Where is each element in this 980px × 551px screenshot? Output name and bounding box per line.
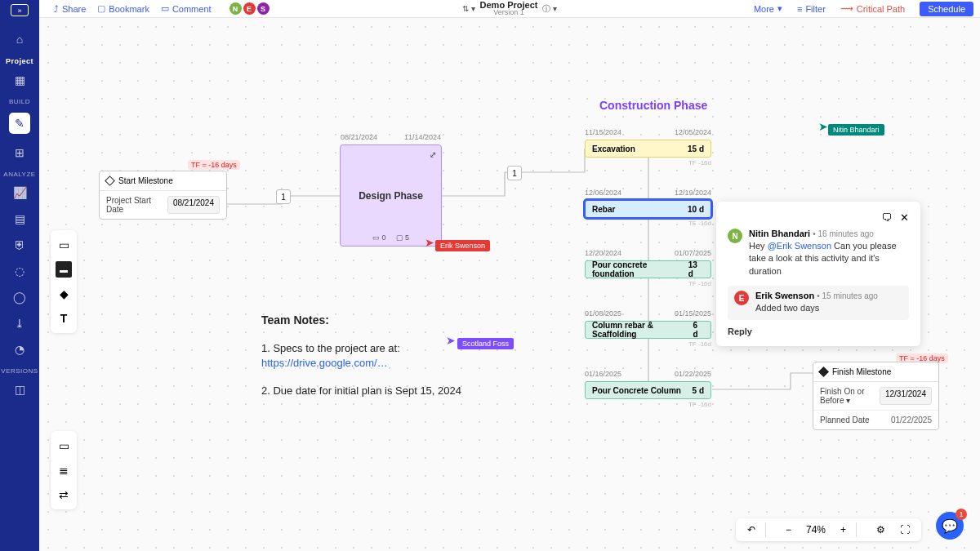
calendar-icon[interactable]: ▤ [12, 211, 27, 226]
fullscreen-icon[interactable]: ⛶ [895, 522, 915, 537]
nav-analyze-label: ANALYZE [3, 171, 35, 178]
shape-palette: ▭ ▬ ◆ T [51, 230, 77, 333]
filter-button[interactable]: ≡ Filter [797, 4, 826, 14]
comment-time: • 15 minutes ago [817, 291, 878, 300]
timer-icon[interactable]: ◔ [12, 342, 27, 357]
settings-icon[interactable]: ⚙ [871, 522, 890, 537]
start-date-label: Project Start Date [106, 196, 158, 214]
hierarchy-icon[interactable]: ⇅ ▾ [462, 4, 475, 13]
more-label: More [754, 4, 774, 14]
chart-icon[interactable]: 📈 [12, 185, 27, 200]
tf-badge-start: TF = -16 days [188, 160, 240, 170]
chat-button[interactable]: 💬1 [936, 512, 964, 540]
comment-button[interactable]: ▭ Comment [161, 3, 212, 14]
comment-label: Comment [172, 4, 212, 14]
commenter-name: Nitin Bhandari [749, 229, 810, 238]
rect-outline-tool[interactable]: ▭ [56, 237, 72, 253]
activity-tf: TF -16d [585, 340, 711, 348]
zoom-in-button[interactable]: + [835, 522, 851, 537]
design-phase-box[interactable]: 08/21/2024 11/14/2024 ⤢ Design Phase ▭ 0… [340, 144, 442, 247]
activity-bar[interactable]: Pour Concrete Column5 d [585, 381, 711, 399]
close-icon[interactable]: ✕ [900, 211, 909, 224]
activity-duration: 6 d [693, 321, 705, 339]
activity-name: Pour concrete foundation [592, 260, 688, 278]
finish-milestone-card[interactable]: Finish Milestone Finish On or Before ▾ 1… [813, 362, 939, 430]
notes-heading: Team Notes: [261, 313, 490, 327]
activity-name: Column rebar & Scaffolding [592, 321, 693, 339]
finish-before-text: Finish On or Before [820, 387, 864, 405]
diamond-tool[interactable]: ◆ [56, 286, 72, 302]
comment-mention[interactable]: @Erik Swenson [768, 241, 831, 251]
zoom-level[interactable]: 74% [801, 522, 831, 537]
avatar: N [728, 229, 742, 243]
phase-stat1: ▭ 0 [372, 233, 386, 242]
activity-name: Pour Concrete Column [592, 386, 681, 395]
grid-icon[interactable]: ▦ [12, 73, 27, 87]
activity-bar[interactable]: Pour concrete foundation13 d [585, 260, 711, 278]
activity-dates: 01/08/202501/15/2025 [585, 309, 711, 318]
chat-badge: 1 [956, 509, 967, 520]
info-icon[interactable]: ⓘ ▾ [542, 3, 557, 15]
start-date-value[interactable]: 08/21/2024 [167, 196, 220, 214]
bulb-icon[interactable]: ◌ [12, 264, 27, 278]
reply-button[interactable]: Reply [728, 327, 909, 336]
pencil-icon[interactable]: ✎ [9, 113, 30, 134]
project-title-block[interactable]: ⇅ ▾ Demo Project Version 1 ⓘ ▾ [462, 1, 557, 16]
activity-bar[interactable]: Rebar10 d [585, 200, 711, 218]
activity-bar[interactable]: Excavation15 d [585, 140, 711, 158]
list-tool[interactable]: ≣ [56, 462, 72, 478]
more-menu[interactable]: More ▾ [754, 3, 782, 14]
finish-before-value[interactable]: 12/31/2024 [880, 387, 932, 405]
list-palette: ▭ ≣ ⇄ [51, 431, 77, 509]
nav-project-label[interactable]: Project [6, 57, 33, 65]
activity-duration: 15 d [688, 144, 704, 153]
text-tool[interactable]: T [56, 310, 72, 327]
export-icon[interactable]: ⤓ [12, 316, 27, 331]
brand-logo[interactable]: » [11, 4, 29, 16]
globe-icon[interactable]: ◯ [12, 290, 27, 304]
filter-label: Filter [805, 4, 825, 14]
comment-thread-icon[interactable]: 🗨 [881, 211, 892, 224]
start-milestone-title: Start Milestone [118, 176, 173, 185]
project-version: Version 1 [480, 9, 538, 16]
finish-before-label: Finish On or Before ▾ [820, 387, 870, 405]
planned-date-value: 01/22/2025 [891, 415, 932, 424]
bookmark-button[interactable]: ▢ Bookmark [97, 3, 149, 14]
card-tool[interactable]: ▭ [56, 438, 72, 454]
zoom-out-button[interactable]: − [781, 522, 796, 537]
undo-button[interactable]: ↶ [742, 522, 760, 537]
schedule-button[interactable]: Schedule [920, 2, 973, 16]
connector-number[interactable]: 1 [276, 189, 291, 204]
critical-label: Critical Path [857, 4, 905, 14]
share-button[interactable]: ⤴ Share [54, 4, 86, 14]
flow-tool[interactable]: ⇄ [56, 487, 72, 503]
avatar[interactable]: E [243, 2, 256, 15]
activity-tf: TF -16d [585, 280, 711, 287]
phase-stat2: ▢ 5 [396, 233, 410, 242]
construction-section-title: Construction Phase [599, 99, 707, 112]
cursor-erik: ➤ [425, 235, 434, 250]
activity-bar[interactable]: Column rebar & Scaffolding6 d [585, 321, 711, 339]
left-nav: » ⌂ Project ▦ BUILD ✎ ⊞ ANALYZE 📈 ▤ ⛨ ◌ … [0, 0, 39, 551]
rect-fill-tool[interactable]: ▬ [56, 261, 72, 278]
presence-avatars: N E S [229, 2, 270, 15]
activity-tf: TF -16d [585, 401, 711, 408]
shield-icon[interactable]: ⛨ [12, 238, 27, 252]
home-icon[interactable]: ⌂ [12, 32, 27, 47]
critical-path-button[interactable]: ⟿ Critical Path [840, 3, 905, 14]
start-milestone-card[interactable]: Start Milestone Project Start Date 08/21… [99, 171, 227, 220]
layout-icon[interactable]: ⊞ [12, 145, 27, 160]
notes-link[interactable]: https://drive.google.com/… [261, 357, 388, 369]
diamond-icon [818, 367, 829, 377]
phase-start-date: 08/21/2024 [341, 133, 377, 141]
expand-icon[interactable]: ⤢ [430, 150, 436, 159]
avatar[interactable]: N [229, 2, 242, 15]
canvas[interactable]: TF = -16 days Start Milestone Project St… [39, 18, 980, 551]
activity-tf: TF -16d [585, 220, 711, 227]
versions-icon[interactable]: ◫ [12, 382, 27, 397]
avatar[interactable]: S [257, 2, 270, 15]
activity-duration: 10 d [688, 205, 704, 214]
notes-line1: 1. Specs to the project are at: [261, 342, 400, 354]
connector-number[interactable]: 1 [507, 166, 522, 180]
team-notes[interactable]: Team Notes: 1. Specs to the project are … [261, 313, 490, 412]
